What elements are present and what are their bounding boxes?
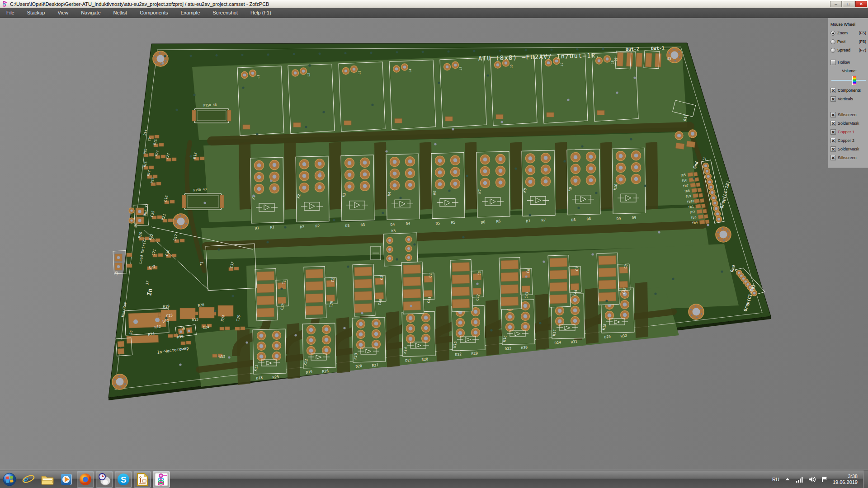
- relay-K7: K7D6R6: [476, 151, 510, 225]
- layer-silkscreen-checkbox[interactable]: ✕Silkscreen: [830, 154, 868, 161]
- internet-explorer-icon[interactable]: e: [20, 471, 37, 488]
- minimize-button[interactable]: –: [830, 1, 842, 7]
- silk-label: D24: [554, 340, 561, 345]
- menu-help-f1-[interactable]: Help (F1): [244, 8, 278, 18]
- menu-bar: FileStackupViewNavigateNetlistComponents…: [0, 8, 868, 18]
- menu-stackup[interactable]: Stackup: [21, 8, 52, 18]
- silk-label: R6: [496, 219, 501, 224]
- svg-text:e: e: [24, 474, 28, 485]
- radio-zoom[interactable]: Zoom(F5): [830, 29, 868, 37]
- radio-icon[interactable]: [830, 39, 835, 44]
- silk-label: K6: [432, 190, 437, 195]
- silk-label: R27: [372, 363, 379, 368]
- silk-label: J6: [129, 330, 134, 335]
- relay-K3: K3D3R3: [341, 155, 374, 228]
- libreoffice-icon[interactable]: [134, 471, 151, 488]
- layer-soldermask-checkbox[interactable]: ✕SolderMask: [830, 120, 868, 127]
- action-center-flag-icon[interactable]: [821, 476, 828, 483]
- relay-K12: K12D19R26: [302, 323, 336, 375]
- menu-view[interactable]: View: [51, 8, 75, 18]
- silk-label: J9: [180, 327, 185, 331]
- silk-label: L3: [358, 70, 362, 75]
- silk-label: R1: [270, 225, 275, 230]
- zofzpcb-icon[interactable]: [153, 471, 170, 488]
- layer-silkscreen-checkbox[interactable]: ✕Silkscreen: [830, 111, 868, 118]
- show-desktop-button[interactable]: [863, 470, 868, 488]
- relay-K14: K14D21R28: [402, 311, 435, 363]
- media-player-icon[interactable]: [58, 471, 75, 488]
- menu-screenshot[interactable]: Screenshot: [206, 8, 244, 18]
- silk-label: K8: [523, 188, 528, 193]
- windows-explorer-icon[interactable]: [39, 471, 56, 488]
- silk-label: R7: [541, 218, 546, 222]
- silk-label: K3: [342, 192, 347, 197]
- relay-K13: K13D20R27: [352, 317, 386, 369]
- volume-label: Volume:: [830, 67, 868, 75]
- silk-label: D22: [455, 352, 462, 357]
- hollow-checkbox[interactable]: Hollow: [830, 59, 868, 66]
- silk-label: R9: [632, 216, 637, 220]
- silk-label: D20: [355, 364, 363, 369]
- language-indicator[interactable]: RU: [772, 477, 779, 482]
- silk-label: D1: [255, 226, 259, 230]
- close-button[interactable]: ✕: [855, 1, 867, 7]
- hidden-icons-chevron-icon[interactable]: [784, 476, 791, 483]
- silk-label: J5: [114, 271, 119, 276]
- silk-label: L2: [307, 73, 311, 77]
- menu-navigate[interactable]: Navigate: [75, 8, 107, 18]
- radio-peel[interactable]: Peel(F6): [830, 38, 868, 45]
- silk-label: Out-2: [626, 46, 640, 52]
- network-icon[interactable]: [796, 476, 804, 483]
- system-tray: RU 3:38 19.06.2019: [772, 474, 863, 485]
- silk-label: D21: [405, 358, 412, 363]
- relay-K2: K2D2R2: [296, 156, 329, 229]
- silk-label: R4: [406, 221, 410, 226]
- silk-label: L5: [459, 66, 463, 70]
- taskbar: eS RU 3:38 19.06.2019: [0, 470, 868, 488]
- silk-label: D5: [435, 221, 440, 226]
- maximize-button[interactable]: □: [843, 1, 854, 7]
- layer-copper-1-checkbox[interactable]: ✕Copper 1: [830, 128, 868, 136]
- pcb-3d-viewport[interactable]: L1L2L3L4L5L6L7L8K1D1R1K2D2R2K3D3R3K4D4R4…: [0, 18, 868, 470]
- skype-icon[interactable]: S: [115, 471, 132, 488]
- start-button[interactable]: [1, 471, 18, 488]
- volume-slider[interactable]: [831, 76, 866, 85]
- silk-label: J3: [667, 57, 671, 61]
- relay-K10: K10D9R9: [612, 148, 646, 221]
- silk-label: T1: [199, 261, 204, 266]
- silk-label: K9: [568, 187, 573, 192]
- volume-icon[interactable]: [808, 476, 816, 483]
- pcb-canvas[interactable]: L1L2L3L4L5L6L7L8K1D1R1K2D2R2K3D3R3K4D4R4…: [0, 18, 868, 470]
- radio-icon[interactable]: [830, 48, 835, 53]
- taskbar-clock[interactable]: 3:38 19.06.2019: [833, 474, 859, 485]
- radio-spread[interactable]: Spread(F7): [830, 47, 868, 54]
- menu-file[interactable]: File: [0, 8, 21, 18]
- toggle-components-checkbox[interactable]: ✕Components: [830, 87, 868, 94]
- silk-label: L6: [509, 65, 514, 69]
- silk-label: J4: [133, 223, 138, 228]
- silk-label: L1: [256, 75, 260, 79]
- silk-label: R3: [360, 223, 365, 227]
- volume-slider-handle[interactable]: [852, 76, 856, 85]
- silk-label: R31: [571, 339, 578, 344]
- relay-K1: K1D1R1: [250, 157, 284, 230]
- firefox-icon[interactable]: [77, 471, 94, 488]
- silk-label: D3: [345, 224, 350, 228]
- silk-label: D7: [526, 219, 531, 223]
- layer-copper-2-checkbox[interactable]: ✕Copper 2: [830, 137, 868, 144]
- menu-components[interactable]: Components: [133, 8, 174, 18]
- toggle-verticals-checkbox[interactable]: ✕Verticals: [830, 95, 868, 103]
- menu-example[interactable]: Example: [175, 8, 207, 18]
- time-tracker-icon[interactable]: [96, 471, 113, 488]
- relay-K4: K4D4R4: [386, 154, 420, 227]
- menu-netlist[interactable]: Netlist: [107, 8, 134, 18]
- svg-text:S: S: [121, 475, 127, 484]
- radio-icon[interactable]: [830, 31, 835, 36]
- silk-label: D6: [481, 220, 486, 225]
- silk-label: R28: [421, 357, 429, 362]
- layer-soldermask-checkbox[interactable]: ✕SolderMask: [830, 145, 868, 153]
- silk-label: In: [146, 288, 153, 296]
- silk-label: K7: [477, 189, 482, 194]
- silk-label: K5: [392, 229, 396, 233]
- silk-label: R5: [451, 221, 456, 225]
